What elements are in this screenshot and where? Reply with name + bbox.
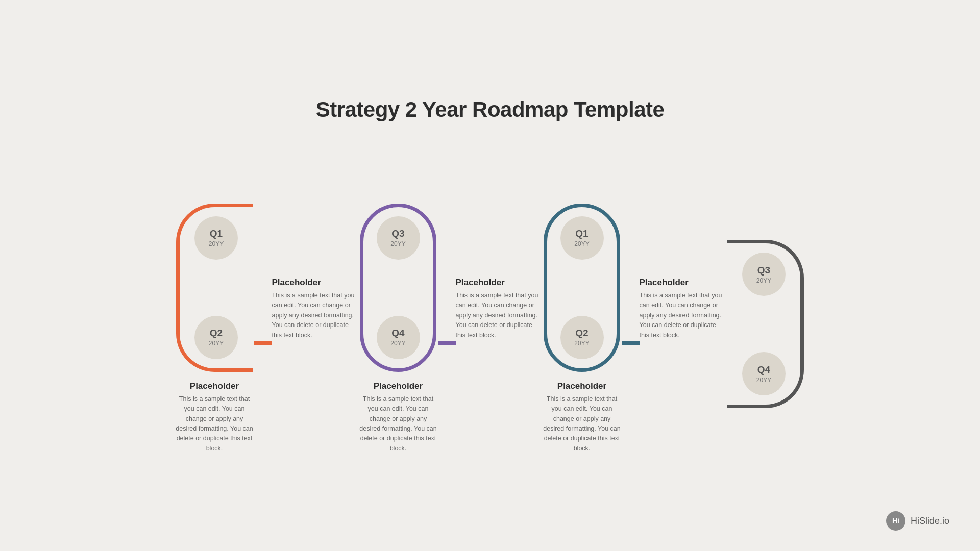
q4b-bubble: Q4 20YY [742, 352, 786, 395]
q2-bubble: Q2 20YY [194, 316, 238, 359]
seg2-bottom-text: Placeholder This is a sample text that y… [359, 381, 438, 454]
seg3-top-text: Placeholder This is a sample text that y… [456, 278, 543, 329]
logo-text: HiSlide.io [911, 516, 949, 527]
pill-1: Q1 20YY Q2 20YY [176, 204, 253, 372]
connector-2 [438, 341, 456, 345]
q1b-bubble: Q1 20YY [560, 216, 604, 260]
logo-badge: Hi [886, 511, 905, 531]
connector-3 [622, 341, 640, 345]
pill-3: Q1 20YY Q2 20YY [544, 204, 620, 372]
pill-4: Q3 20YY Q4 20YY [727, 240, 804, 408]
q4-bubble: Q4 20YY [377, 316, 420, 359]
logo-area: Hi HiSlide.io [886, 511, 949, 531]
pill-2: Q3 20YY Q4 20YY [360, 204, 436, 372]
seg1-bottom-text: Placeholder This is a sample text that y… [175, 381, 254, 454]
q3b-bubble: Q3 20YY [742, 253, 786, 296]
q3-bubble: Q3 20YY [377, 216, 420, 260]
seg3-bottom-text: Placeholder This is a sample text that y… [543, 381, 622, 454]
q1-bubble: Q1 20YY [194, 216, 238, 260]
roadmap-snake: Q1 20YY Q2 20YY Placeholder This is a sa… [175, 153, 805, 454]
connector-1 [254, 341, 272, 345]
q2b-bubble: Q2 20YY [560, 316, 604, 359]
seg4-top-text: Placeholder This is a sample text that y… [640, 278, 726, 329]
seg2-top-text: Placeholder This is a sample text that y… [272, 278, 359, 329]
page-title: Strategy 2 Year Roadmap Template [316, 97, 665, 122]
